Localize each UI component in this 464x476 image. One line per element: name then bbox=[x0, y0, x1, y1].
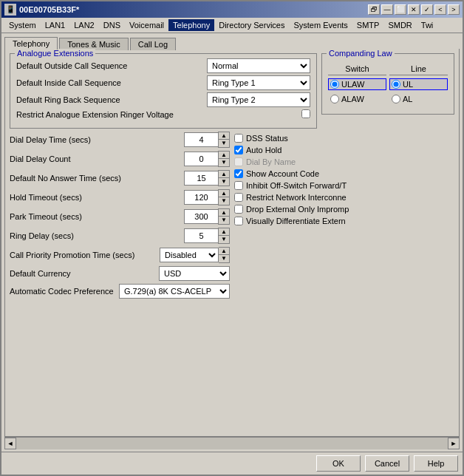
no-answer-time-up[interactable]: ▲ bbox=[219, 171, 229, 178]
dial-delay-time-up[interactable]: ▲ bbox=[219, 132, 229, 140]
switch-label: Switch bbox=[328, 64, 386, 75]
call-priority-select[interactable]: Disabled 30 60 bbox=[160, 248, 219, 262]
close-button[interactable]: ✕ bbox=[408, 4, 420, 15]
outside-call-row: Default Outside Call Sequence Normal Rin… bbox=[16, 58, 310, 73]
currency-select[interactable]: USD EUR GBP bbox=[159, 266, 230, 281]
restrict-checkbox[interactable] bbox=[301, 109, 310, 118]
back-button[interactable]: < bbox=[434, 4, 446, 15]
maximize-button[interactable]: ⬜ bbox=[395, 4, 406, 15]
dial-delay-time-label: Dial Delay Time (secs) bbox=[10, 135, 184, 144]
codec-select[interactable]: G.729(a) 8K CS-ACELP G.711 ULAW G.711 AL… bbox=[119, 284, 230, 299]
drop-external-label: Drop External Only Impromp bbox=[246, 205, 349, 214]
menu-smtp[interactable]: SMTP bbox=[352, 19, 384, 31]
main-panel: Analogue Extensions Default Outside Call… bbox=[4, 49, 460, 437]
switch-ulaw-row: ULAW bbox=[328, 78, 386, 90]
restrict-row: Restrict Analogue Extension Ringer Volta… bbox=[16, 109, 310, 120]
minimize-button[interactable]: — bbox=[381, 4, 393, 15]
menu-directory-services[interactable]: Directory Services bbox=[214, 19, 289, 31]
ring-delay-input[interactable] bbox=[184, 228, 218, 243]
dial-delay-count-input[interactable] bbox=[184, 152, 218, 166]
menu-smdr[interactable]: SMDR bbox=[383, 19, 416, 31]
dial-delay-count-up[interactable]: ▲ bbox=[219, 152, 229, 159]
ringback-label: Default Ring Back Sequence bbox=[16, 95, 207, 104]
call-priority-down[interactable]: ▼ bbox=[219, 255, 229, 262]
check-button[interactable]: ✓ bbox=[421, 4, 433, 15]
visually-diff-checkbox[interactable] bbox=[234, 217, 243, 225]
sub-tab-bar: Telephony Tones & Music Call Log bbox=[4, 36, 460, 49]
hold-timeout-down[interactable]: ▼ bbox=[219, 197, 229, 205]
hold-timeout-up[interactable]: ▲ bbox=[219, 190, 229, 197]
hold-timeout-label: Hold Timeout (secs) bbox=[10, 193, 184, 202]
park-timeout-up[interactable]: ▲ bbox=[219, 209, 229, 217]
inhibit-offswitch-label: Inhibit Off-Switch Forward/T bbox=[246, 181, 347, 190]
dial-delay-count-down[interactable]: ▼ bbox=[219, 159, 229, 166]
ringback-row: Default Ring Back Sequence Normal Ring T… bbox=[16, 92, 310, 107]
dial-by-name-row: Dial By Name bbox=[234, 157, 454, 167]
call-priority-row: Call Priority Promotion Time (secs) Disa… bbox=[10, 247, 230, 263]
restore-button[interactable]: 🗗 bbox=[368, 4, 380, 15]
hscroll-track[interactable] bbox=[16, 438, 448, 449]
line-al-radio[interactable] bbox=[392, 95, 400, 103]
line-ul-radio[interactable] bbox=[392, 80, 400, 89]
park-timeout-label: Park Timeout (secs) bbox=[10, 212, 184, 221]
help-button[interactable]: Help bbox=[414, 455, 458, 472]
forward-button[interactable]: > bbox=[448, 4, 460, 15]
restrict-network-checkbox[interactable] bbox=[234, 193, 243, 202]
ringback-select[interactable]: Normal Ring Type 1 Ring Type 2 bbox=[207, 92, 310, 107]
call-priority-label: Call Priority Promotion Time (secs) bbox=[10, 251, 160, 259]
outside-call-label: Default Outside Call Sequence bbox=[16, 61, 207, 70]
cancel-button[interactable]: Cancel bbox=[365, 455, 409, 472]
outside-call-select[interactable]: Normal Ring Type 1 Ring Type 2 bbox=[207, 58, 310, 73]
main-window: 📱 00E00705B33F* 🗗 — ⬜ ✕ ✓ < > System LAN… bbox=[0, 0, 464, 476]
companding-title: Companding Law bbox=[327, 49, 395, 58]
ok-button[interactable]: OK bbox=[316, 455, 361, 472]
tab-call-log[interactable]: Call Log bbox=[130, 38, 176, 50]
dial-delay-time-down[interactable]: ▼ bbox=[219, 140, 229, 147]
menu-lan2[interactable]: LAN2 bbox=[69, 19, 99, 31]
menu-voicemail[interactable]: Voicemail bbox=[125, 19, 168, 31]
inhibit-offswitch-checkbox[interactable] bbox=[234, 181, 243, 190]
restrict-network-row: Restrict Network Interconne bbox=[234, 192, 454, 203]
ring-delay-up[interactable]: ▲ bbox=[219, 228, 229, 236]
call-priority-up[interactable]: ▲ bbox=[219, 248, 229, 255]
inside-call-select[interactable]: Normal Ring Type 1 Ring Type 2 bbox=[207, 75, 310, 90]
no-answer-time-down[interactable]: ▼ bbox=[219, 178, 229, 186]
companding-section: Companding Law Switch ULAW ALAW bbox=[321, 53, 454, 115]
lower-section: Dial Delay Time (secs) ▲ ▼ Dial Delay Co… bbox=[10, 132, 454, 432]
hold-timeout-input[interactable] bbox=[184, 190, 218, 205]
no-answer-time-label: Default No Answer Time (secs) bbox=[10, 174, 184, 183]
no-answer-time-input[interactable] bbox=[184, 171, 218, 186]
hold-timeout-row: Hold Timeout (secs) ▲ ▼ bbox=[10, 189, 230, 205]
menu-system-events[interactable]: System Events bbox=[289, 19, 352, 31]
auto-hold-checkbox[interactable] bbox=[234, 146, 243, 154]
app-icon: 📱 bbox=[4, 4, 16, 16]
park-timeout-down[interactable]: ▼ bbox=[219, 217, 229, 224]
codec-label: Automatic Codec Preference bbox=[10, 287, 119, 296]
switch-ulaw-radio[interactable] bbox=[330, 80, 339, 89]
visually-diff-label: Visually Differentiate Extern bbox=[246, 217, 346, 225]
dial-delay-count-label: Dial Delay Count bbox=[10, 154, 184, 163]
tab-telephony[interactable]: Telephony bbox=[4, 37, 58, 50]
line-ul-row: UL bbox=[389, 78, 448, 90]
menu-dns[interactable]: DNS bbox=[99, 19, 125, 31]
drop-external-row: Drop External Only Impromp bbox=[234, 204, 454, 214]
dss-status-checkbox[interactable] bbox=[234, 134, 243, 143]
dss-status-label: DSS Status bbox=[246, 134, 288, 143]
right-checkboxes: DSS Status Auto Hold Dial By Name Show A… bbox=[234, 132, 454, 432]
ring-delay-down[interactable]: ▼ bbox=[219, 236, 229, 243]
menu-system[interactable]: System bbox=[4, 19, 41, 31]
menu-bar: System LAN1 LAN2 DNS Voicemail Telephony… bbox=[1, 18, 463, 33]
currency-label: Default Currency bbox=[10, 269, 159, 278]
content-area: Telephony Tones & Music Call Log Analogu… bbox=[1, 33, 463, 452]
park-timeout-input[interactable] bbox=[184, 209, 218, 224]
drop-external-checkbox[interactable] bbox=[234, 205, 243, 214]
menu-lan1[interactable]: LAN1 bbox=[41, 19, 70, 31]
scroll-right-button[interactable]: ► bbox=[448, 438, 460, 449]
menu-twi[interactable]: Twi bbox=[417, 19, 438, 31]
show-account-checkbox[interactable] bbox=[234, 169, 243, 178]
scroll-left-button[interactable]: ◄ bbox=[4, 438, 16, 449]
switch-alaw-radio[interactable] bbox=[330, 95, 339, 103]
menu-telephony[interactable]: Telephony bbox=[168, 19, 214, 31]
dial-by-name-checkbox[interactable] bbox=[234, 157, 243, 166]
dial-delay-time-input[interactable] bbox=[184, 132, 218, 147]
